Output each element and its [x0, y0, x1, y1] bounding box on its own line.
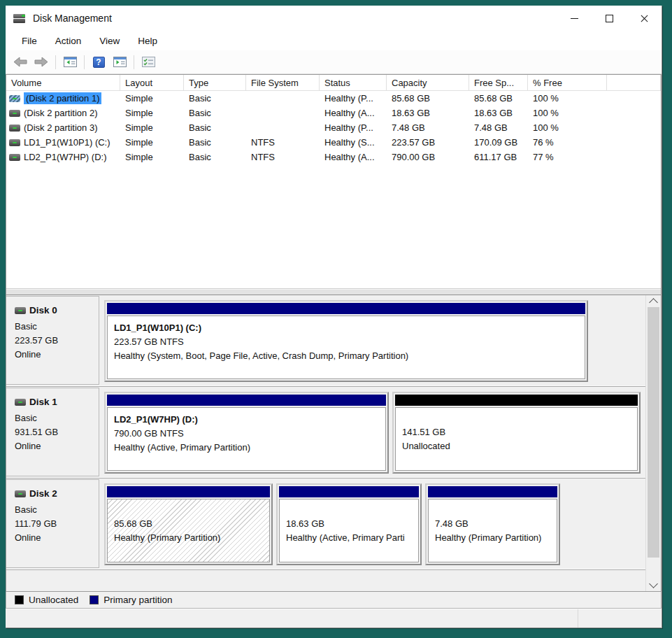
scrollbar-thumb[interactable]: [648, 307, 659, 558]
table-row[interactable]: LD2_P1(W7HP) (D:) Simple Basic NTFS Heal…: [6, 150, 661, 164]
column-header-type[interactable]: Type: [184, 75, 246, 91]
disk-kind: Basic: [15, 320, 96, 334]
partition-name: LD1_P1(W10P1) (C:): [114, 321, 578, 335]
disk-management-window: Disk Management File Action View Help: [6, 6, 662, 628]
table-row[interactable]: (Disk 2 partition 2) Simple Basic Health…: [6, 106, 661, 120]
legend-item-primary-partition: Primary partition: [90, 595, 172, 605]
horizontal-scrollbar[interactable]: [6, 288, 661, 295]
disk-graphical-pane: Disk 0 Basic 223.57 GB Online LD1_P1(W10…: [6, 295, 662, 592]
free-space-cell: 7.48 GB: [469, 120, 528, 135]
back-button[interactable]: [11, 53, 29, 71]
partition-block-selected[interactable]: 85.68 GB Healthy (Primary Partition): [104, 483, 273, 565]
partition-name: LD2_P1(W7HP) (D:): [114, 413, 379, 427]
chevron-down-icon: [649, 579, 658, 588]
minimize-icon: [571, 18, 578, 19]
console-tree-button[interactable]: [61, 53, 79, 71]
menu-action[interactable]: Action: [46, 34, 91, 48]
partition-block[interactable]: LD1_P1(W10P1) (C:) 223.57 GB NTFS Health…: [104, 300, 588, 382]
free-space-cell: 611.17 GB: [469, 150, 528, 164]
primary-partition-bar: [107, 395, 386, 406]
status-cell: Healthy (P...: [320, 91, 387, 106]
checklist-button[interactable]: [139, 53, 157, 71]
action-pane-icon: [113, 57, 127, 67]
checklist-icon: [142, 57, 155, 67]
legend-item-unallocated: Unallocated: [15, 595, 78, 605]
menu-help[interactable]: Help: [129, 34, 166, 48]
chevron-up-icon: [649, 298, 658, 307]
forward-button[interactable]: [32, 53, 50, 71]
type-cell: Basic: [184, 106, 246, 120]
partition-label: 7.48 GB Healthy (Primary Partition): [428, 499, 557, 562]
filler-cell: [607, 150, 661, 164]
disk-size: 223.57 GB: [15, 334, 96, 348]
vertical-scrollbar[interactable]: [645, 295, 661, 591]
volume-cell: (Disk 2 partition 2): [6, 106, 120, 120]
window-title: Disk Management: [33, 13, 112, 24]
table-row[interactable]: (Disk 2 partition 1) Simple Basic Health…: [6, 91, 661, 106]
scrollbar-track[interactable]: [646, 307, 661, 579]
volume-cell: LD2_P1(W7HP) (D:): [6, 150, 120, 164]
scroll-down-button[interactable]: [646, 579, 661, 591]
volume-drive-icon: [9, 125, 20, 132]
free-space-cell: 18.63 GB: [469, 106, 528, 120]
close-icon: [640, 14, 649, 23]
volume-cell: (Disk 2 partition 3): [6, 120, 120, 135]
disk-state: Online: [15, 348, 96, 362]
scroll-up-button[interactable]: [646, 295, 661, 307]
table-row[interactable]: (Disk 2 partition 3) Simple Basic Health…: [6, 120, 661, 135]
volume-cell: (Disk 2 partition 1): [6, 91, 120, 106]
status-cell: Healthy (A...: [320, 150, 387, 164]
close-button[interactable]: [627, 6, 662, 31]
partition-block[interactable]: 7.48 GB Healthy (Primary Partition): [425, 483, 560, 565]
legend-label: Unallocated: [29, 595, 78, 605]
disk-name: Disk 2: [29, 488, 57, 499]
volume-drive-icon: [9, 110, 20, 117]
pct-free-cell: 76 %: [528, 135, 607, 150]
type-cell: Basic: [184, 120, 246, 135]
column-header-status[interactable]: Status: [320, 75, 387, 91]
partition-size: 85.68 GB: [114, 517, 263, 531]
column-header-free-space[interactable]: Free Sp...: [469, 75, 528, 91]
volume-cell: LD1_P1(W10P1) (C:): [6, 135, 120, 150]
help-button[interactable]: [90, 53, 108, 71]
toolbar-separator: [55, 55, 56, 69]
partition-status: Healthy (System, Boot, Page File, Active…: [114, 349, 578, 363]
disk-management-app-icon: [13, 13, 27, 23]
pct-free-cell: 77 %: [528, 150, 607, 164]
minimize-button[interactable]: [557, 6, 592, 31]
menu-view[interactable]: View: [90, 34, 129, 48]
disk2-partitions: 85.68 GB Healthy (Primary Partition) 18.…: [99, 478, 645, 569]
back-icon: [13, 56, 27, 68]
free-space-cell: 85.68 GB: [469, 91, 528, 106]
free-space-cell: 170.09 GB: [469, 135, 528, 150]
partition-status: Healthy (Active, Primary Parti: [286, 531, 412, 545]
maximize-icon: [606, 15, 613, 22]
layout-cell: Simple: [120, 150, 184, 164]
column-header-layout[interactable]: Layout: [120, 75, 184, 91]
maximize-button[interactable]: [592, 6, 627, 31]
primary-partition-bar: [279, 486, 419, 497]
partition-size: 223.57 GB NTFS: [114, 335, 578, 349]
disk-row-0: Disk 0 Basic 223.57 GB Online LD1_P1(W10…: [6, 295, 645, 387]
volume-name: LD1_P1(W10P1) (C:): [24, 137, 110, 148]
partition-block[interactable]: LD2_P1(W7HP) (D:) 790.00 GB NTFS Healthy…: [104, 392, 389, 474]
column-header-pct-free[interactable]: % Free: [528, 75, 607, 91]
partition-block[interactable]: 18.63 GB Healthy (Active, Primary Parti: [276, 483, 422, 565]
table-row[interactable]: LD1_P1(W10P1) (C:) Simple Basic NTFS Hea…: [6, 135, 661, 150]
column-header-volume[interactable]: Volume: [6, 75, 120, 91]
disk-icon: [15, 399, 26, 406]
disk1-header[interactable]: Disk 1 Basic 931.51 GB Online: [6, 388, 99, 476]
unallocated-block[interactable]: 141.51 GB Unallocated: [392, 392, 641, 474]
volume-name: (Disk 2 partition 3): [24, 122, 97, 133]
column-header-capacity[interactable]: Capacity: [387, 75, 469, 91]
filler-cell: [607, 135, 661, 150]
type-cell: Basic: [184, 150, 246, 164]
column-header-file-system[interactable]: File System: [246, 75, 320, 91]
menu-file[interactable]: File: [13, 34, 46, 48]
disk0-header[interactable]: Disk 0 Basic 223.57 GB Online: [6, 296, 99, 385]
disk-size: 931.51 GB: [15, 425, 96, 439]
action-pane-button[interactable]: [110, 53, 129, 71]
partition-size: 7.48 GB: [435, 517, 550, 531]
pct-free-cell: 100 %: [528, 120, 607, 135]
disk2-header[interactable]: Disk 2 Basic 111.79 GB Online: [6, 479, 99, 568]
